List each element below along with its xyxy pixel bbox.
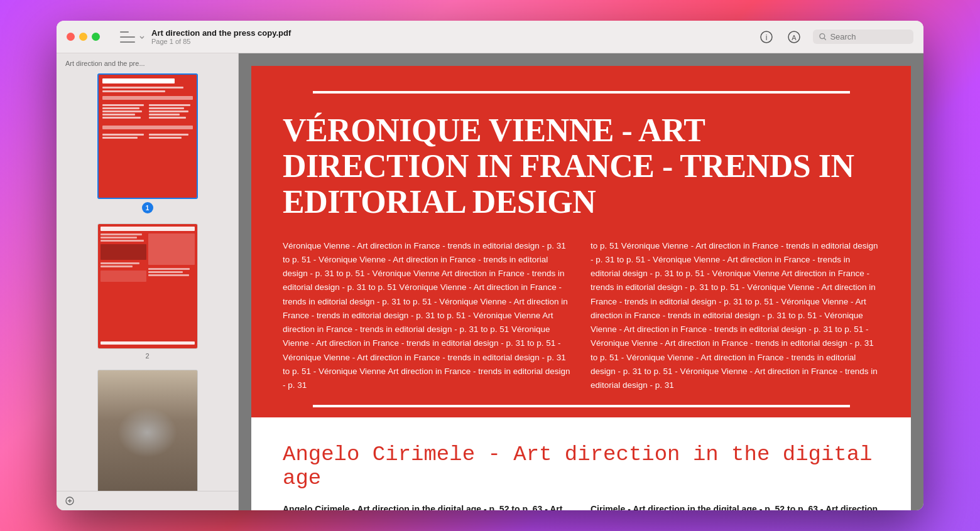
info-button[interactable]: i (758, 28, 775, 46)
pdf-section2: Angelo Cirimele - Art direction in the d… (251, 417, 911, 510)
app-window: Art direction and the press copy.pdf Pag… (57, 21, 923, 510)
page-num-2: 2 (145, 352, 149, 360)
page-thumbnail-1[interactable] (97, 73, 198, 199)
search-input[interactable] (830, 32, 907, 41)
pdf-page-red: VÉRONIQUE VIENNE - ART DIRECTION IN FRAN… (251, 66, 911, 417)
page-num-badge-1: 1 (142, 202, 153, 213)
titlebar-center: Art direction and the press copy.pdf Pag… (120, 28, 291, 45)
pdf-body-right: to p. 51 Véronique Vienne - Art directio… (591, 239, 879, 393)
pdf-section2-left: Angelo Cirimele - Art direction in the d… (283, 503, 572, 510)
page-thumb-1[interactable]: 1 (63, 73, 232, 213)
svg-text:i: i (766, 33, 768, 42)
svg-point-4 (820, 34, 825, 39)
titlebar-right: i A (758, 28, 913, 46)
sidebar-pages: 1 (57, 71, 238, 491)
pdf-divider-bottom (313, 405, 850, 407)
page-thumbnail-2[interactable] (97, 223, 198, 349)
main-content: Art direction and the pre... (57, 53, 923, 510)
page-thumb-3[interactable] (63, 370, 232, 491)
pdf-section2-columns: Angelo Cirimele - Art direction in the d… (283, 503, 879, 510)
sidebar-title: Art direction and the pre... (57, 53, 238, 71)
svg-text:A: A (792, 34, 797, 41)
pdf-main-title: VÉRONIQUE VIENNE - ART DIRECTION IN FRAN… (283, 112, 879, 220)
page-info: Page 1 of 85 (151, 38, 291, 45)
close-button[interactable] (67, 33, 75, 41)
page-thumbnail-3[interactable] (97, 370, 198, 491)
document-title: Art direction and the press copy.pdf (151, 28, 291, 38)
pdf-section2-title: Angelo Cirimele - Art direction in the d… (283, 442, 879, 490)
traffic-lights (67, 33, 100, 41)
titlebar: Art direction and the press copy.pdf Pag… (57, 21, 923, 53)
pdf-divider-top (313, 91, 850, 94)
minimize-button[interactable] (79, 33, 87, 41)
sidebar: Art direction and the pre... (57, 53, 239, 510)
sidebar-toggle-icon[interactable] (120, 31, 135, 43)
pdf-body-left: Véronique Vienne - Art direction in Fran… (283, 239, 572, 393)
maximize-button[interactable] (92, 33, 100, 41)
pdf-viewer[interactable]: VÉRONIQUE VIENNE - ART DIRECTION IN FRAN… (239, 53, 923, 510)
chevron-down-icon (139, 34, 145, 40)
plus-icon (65, 496, 74, 505)
pdf-section2-right: Cirimele - Art direction in the digital … (591, 503, 879, 510)
pdf-body-columns: Véronique Vienne - Art direction in Fran… (283, 239, 879, 393)
accessibility-button[interactable]: A (785, 28, 803, 46)
search-icon (819, 33, 826, 41)
page-thumb-2[interactable]: 2 (63, 223, 232, 360)
add-page-button[interactable] (57, 491, 238, 510)
search-bar[interactable] (813, 30, 913, 44)
svg-line-5 (824, 38, 826, 40)
